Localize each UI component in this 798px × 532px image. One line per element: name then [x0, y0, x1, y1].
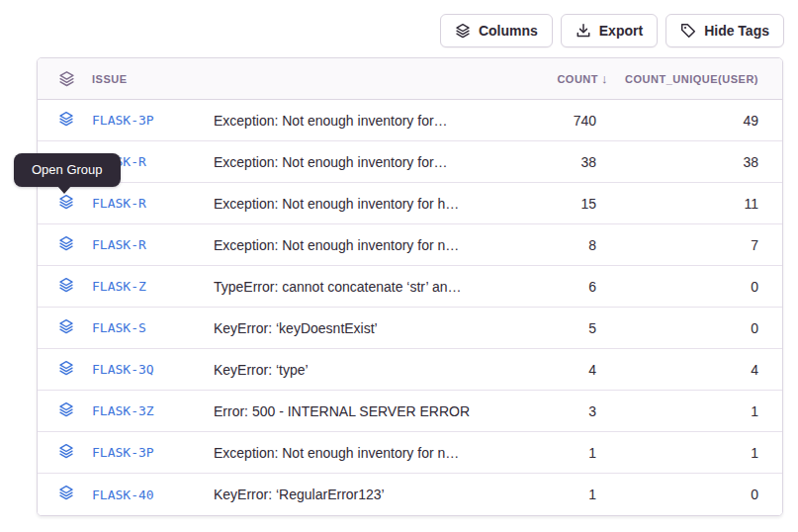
issue-title: Exception: Not enough inventory for h… — [214, 196, 521, 212]
table-row: FLASK-3PException: Not enough inventory … — [38, 100, 782, 141]
count-value: 15 — [521, 196, 596, 212]
column-header-count[interactable]: COUNT↓ — [521, 71, 596, 86]
count-unique-value: 11 — [596, 196, 758, 212]
table-row: FLASK-ZTypeError: cannot concatenate ‘st… — [38, 266, 782, 308]
columns-stack-icon — [455, 23, 471, 39]
stack-icon — [58, 318, 74, 338]
table-row: FLASK-SKeyError: ‘keyDoesntExist’50 — [38, 308, 782, 349]
count-unique-value: 1 — [596, 403, 758, 419]
tooltip-label: Open Group — [32, 162, 103, 177]
stack-icon — [58, 277, 74, 297]
open-group-button[interactable] — [58, 401, 92, 421]
count-unique-value: 7 — [596, 237, 758, 253]
issue-link[interactable]: FLASK-40 — [92, 488, 214, 502]
hide-tags-button-label: Hide Tags — [704, 23, 769, 39]
issue-title: KeyError: ‘type’ — [214, 362, 521, 378]
stack-icon — [58, 235, 74, 255]
issue-link[interactable]: FLASK-3P — [92, 445, 214, 460]
issue-link[interactable]: FLASK-3Z — [92, 403, 214, 418]
tag-icon — [680, 23, 696, 39]
table-row: FLASK-3ZError: 500 - INTERNAL SERVER ERR… — [38, 391, 782, 432]
tooltip-open-group: Open Group — [14, 153, 121, 187]
hide-tags-button[interactable]: Hide Tags — [665, 14, 784, 47]
download-icon — [576, 23, 591, 39]
count-unique-value: 0 — [596, 320, 758, 336]
table-row: FLASK-40KeyError: ‘RegularError123’10 — [38, 474, 782, 515]
table-header-row: ISSUE COUNT↓ COUNT_UNIQUE(USER) — [38, 58, 782, 100]
issue-title: Exception: Not enough inventory for n… — [214, 237, 521, 253]
issue-link[interactable]: FLASK-R — [92, 237, 214, 252]
issue-link[interactable]: FLASK-3P — [92, 113, 214, 128]
count-value: 8 — [521, 237, 596, 253]
count-value: 740 — [521, 113, 596, 129]
issue-title: Exception: Not enough inventory for… — [214, 113, 521, 129]
column-header-issue[interactable]: ISSUE — [92, 73, 214, 85]
toolbar: Columns Export Hide Tags — [440, 14, 784, 47]
column-header-count-unique[interactable]: COUNT_UNIQUE(USER) — [596, 73, 758, 85]
count-unique-value: 0 — [596, 487, 758, 502]
stack-icon — [58, 111, 74, 131]
count-value: 4 — [521, 362, 596, 378]
stack-icon — [58, 443, 74, 463]
count-value: 1 — [521, 445, 596, 461]
table-row: FLASK-3QKeyError: ‘type’44 — [38, 349, 782, 391]
open-group-button[interactable] — [58, 111, 92, 131]
open-group-button[interactable] — [58, 277, 92, 297]
issue-link[interactable]: FLASK-S — [92, 320, 214, 335]
count-unique-value: 38 — [596, 154, 758, 170]
issue-title: KeyError: ‘RegularError123’ — [214, 487, 521, 502]
export-button[interactable]: Export — [561, 14, 658, 47]
open-group-button[interactable] — [58, 194, 92, 214]
table-row: FLASK-3PException: Not enough inventory … — [38, 432, 782, 474]
open-group-button[interactable] — [58, 485, 92, 504]
issue-title: TypeError: cannot concatenate ‘str’ an… — [214, 279, 521, 295]
header-stack-icon — [58, 70, 92, 87]
open-group-button[interactable] — [58, 235, 92, 255]
open-group-button[interactable] — [58, 443, 92, 463]
count-unique-value: 1 — [596, 445, 758, 461]
columns-button[interactable]: Columns — [440, 14, 553, 47]
issue-title: KeyError: ‘keyDoesntExist’ — [214, 320, 521, 336]
table-row: FLASK-RException: Not enough inventory f… — [38, 183, 782, 224]
count-value: 1 — [521, 487, 596, 502]
count-value: 3 — [521, 403, 596, 419]
issue-link[interactable]: FLASK-3Q — [92, 362, 214, 377]
stack-icon — [58, 194, 74, 214]
issue-title: Exception: Not enough inventory for… — [214, 154, 521, 170]
open-group-button[interactable] — [58, 360, 92, 380]
stack-icon — [58, 360, 74, 380]
table-row: FLASK-RException: Not enough inventory f… — [38, 141, 782, 183]
count-unique-value: 49 — [596, 113, 758, 129]
issues-table: ISSUE COUNT↓ COUNT_UNIQUE(USER) FLASK-3P… — [37, 57, 783, 516]
columns-button-label: Columns — [479, 23, 538, 39]
stack-icon — [58, 485, 74, 504]
table-row: FLASK-RException: Not enough inventory f… — [38, 224, 782, 266]
export-button-label: Export — [599, 23, 643, 39]
count-unique-value: 0 — [596, 279, 758, 295]
issue-link[interactable]: FLASK-R — [92, 196, 214, 211]
open-group-button[interactable] — [58, 318, 92, 338]
issue-title: Error: 500 - INTERNAL SERVER ERROR — [214, 403, 521, 419]
count-value: 6 — [521, 279, 596, 295]
issue-title: Exception: Not enough inventory for n… — [214, 445, 521, 461]
table-body: FLASK-3PException: Not enough inventory … — [38, 100, 782, 515]
stack-icon — [58, 401, 74, 421]
count-value: 5 — [521, 320, 596, 336]
count-unique-value: 4 — [596, 362, 758, 378]
count-value: 38 — [521, 154, 596, 170]
issue-link[interactable]: FLASK-Z — [92, 279, 214, 294]
